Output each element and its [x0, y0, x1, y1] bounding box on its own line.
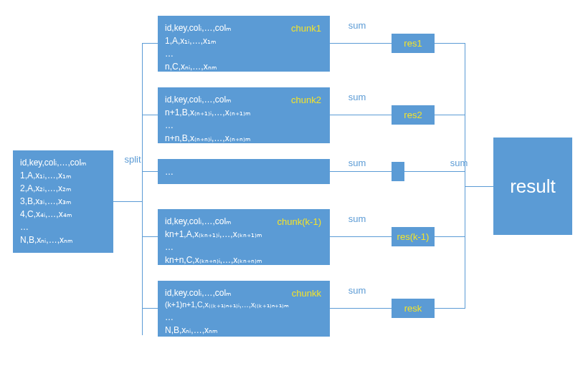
chunk-ellipsis-text: …	[165, 165, 174, 178]
resk1-box: res(k-1)	[392, 227, 435, 246]
sum-label-1: sum	[343, 20, 371, 31]
chunkk-row1: (k+1)n+1,C,x₍₍ₖ₊₁₎ₙ₊₁₎ᵢ,…,x₍₍ₖ₊₁₎ₙ₊₁₎ₘ	[165, 299, 323, 311]
chunk2-row1: n+1,B,x₍ₙ₊₁₎ᵢ,…,x₍ₙ₊₁₎ₘ	[165, 106, 323, 119]
conn-source-bus	[113, 201, 142, 202]
source-row-2: 2,A,x₂ᵢ,…,x₂ₘ	[20, 182, 106, 195]
chunkk-rowN: N,B,xₙᵢ,…,xₙₘ	[165, 324, 323, 337]
chunk2-box: id,key,colᵢ,…,colₘ n+1,B,x₍ₙ₊₁₎ᵢ,…,x₍ₙ₊₁…	[158, 87, 330, 143]
chunk-ellipsis-box: …	[158, 159, 330, 184]
resk1-label: res(k-1)	[397, 231, 430, 242]
res2-box: res2	[392, 105, 435, 125]
conn-bus-chunkdots	[142, 171, 158, 172]
chunkk1-rowN: kn+n,C,x₍ₖₙ₊ₙ₎ᵢ,…,x₍ₖₙ₊ₙ₎ₘ	[165, 254, 323, 266]
sum-label-k: sum	[343, 285, 371, 296]
chunkk1-box: id,key,colᵢ,…,colₘ kn+1,A,x₍ₖₙ₊₁₎ᵢ,…,x₍ₖ…	[158, 209, 330, 265]
res2-label: res2	[404, 110, 422, 120]
conn-resk-bus	[435, 308, 465, 309]
chunkk-box: id,key.colᵢ,…,colₘ (k+1)n+1,C,x₍₍ₖ₊₁₎ₙ₊₁…	[158, 281, 330, 337]
chunk1-rowN: n,C,xₙᵢ,…,xₙₘ	[165, 60, 323, 73]
chunkk-label: chunkk	[292, 286, 321, 301]
sum-label-2: sum	[343, 92, 371, 102]
conn-resdots-bus	[404, 171, 465, 172]
conn-chunk1-res1	[330, 43, 392, 44]
result-box: result	[493, 138, 572, 235]
res1-box: res1	[392, 34, 435, 53]
chunk1-dots: …	[165, 47, 323, 60]
source-row-n: N,B,xₙᵢ,…,xₙₘ	[20, 233, 106, 246]
source-row-1: 1,A,x₁ᵢ,…,x₁ₘ	[20, 169, 106, 182]
conn-res2-bus	[435, 115, 465, 115]
chunkk1-label: chunk(k-1)	[278, 215, 321, 229]
conn-bus-result	[465, 186, 493, 187]
source-data-box: id,key,colᵢ,…,colₘ 1,A,x₁ᵢ,…,x₁ₘ 2,A,x₂ᵢ…	[13, 150, 113, 253]
chunkk-dots: …	[165, 311, 323, 324]
conn-chunk2-res2	[330, 115, 392, 115]
chunk2-rowN: n+n,B,x₍ₙ₊ₙ₎ᵢ,…,x₍ₙ₊ₙ₎ₘ	[165, 132, 323, 145]
resk-box: resk	[392, 299, 435, 318]
conn-bus-chunk1	[142, 43, 158, 44]
sum-label-k1: sum	[343, 213, 371, 224]
conn-bus-chunkk1	[142, 236, 158, 237]
source-row-3: 3,B,x₃ᵢ,…,x₃ₘ	[20, 195, 106, 208]
conn-chunkk1-resk1	[330, 236, 392, 237]
sum-label-final: sum	[445, 158, 473, 168]
chunk1-label: chunk1	[291, 21, 321, 36]
chunk1-row1: 1,A,x₁ᵢ,…,x₁ₘ	[165, 34, 323, 47]
conn-result-bus	[465, 43, 465, 309]
source-row-4: 4,C,x₄ᵢ,…,x₄ₘ	[20, 208, 106, 221]
conn-chunkdots-res	[330, 171, 392, 172]
split-label: split	[118, 154, 147, 165]
conn-split-bus	[142, 43, 143, 335]
res1-label: res1	[404, 38, 422, 49]
source-row-dots: …	[20, 221, 106, 233]
chunk2-label: chunk2	[291, 93, 321, 107]
chunkk1-row1: kn+1,A,x₍ₖₙ₊₁₎ᵢ,…,x₍ₖₙ₊₁₎ₘ	[165, 228, 323, 241]
conn-res1-bus	[435, 43, 465, 44]
conn-resk1-bus	[435, 236, 465, 237]
conn-bus-chunk2	[142, 115, 158, 115]
sum-label-dots: sum	[343, 158, 371, 168]
conn-bus-chunkk	[142, 308, 158, 309]
chunkk1-dots: …	[165, 241, 323, 254]
resk-label: resk	[404, 303, 422, 314]
chunk1-box: id,key,colᵢ,…,colₘ 1,A,x₁ᵢ,…,x₁ₘ … n,C,x…	[158, 16, 330, 72]
result-label: result	[510, 175, 556, 198]
chunk2-dots: …	[165, 119, 323, 132]
source-row-header: id,key,colᵢ,…,colₘ	[20, 156, 106, 169]
conn-chunkk-resk	[330, 308, 392, 309]
res-ellipsis-box	[392, 162, 404, 181]
